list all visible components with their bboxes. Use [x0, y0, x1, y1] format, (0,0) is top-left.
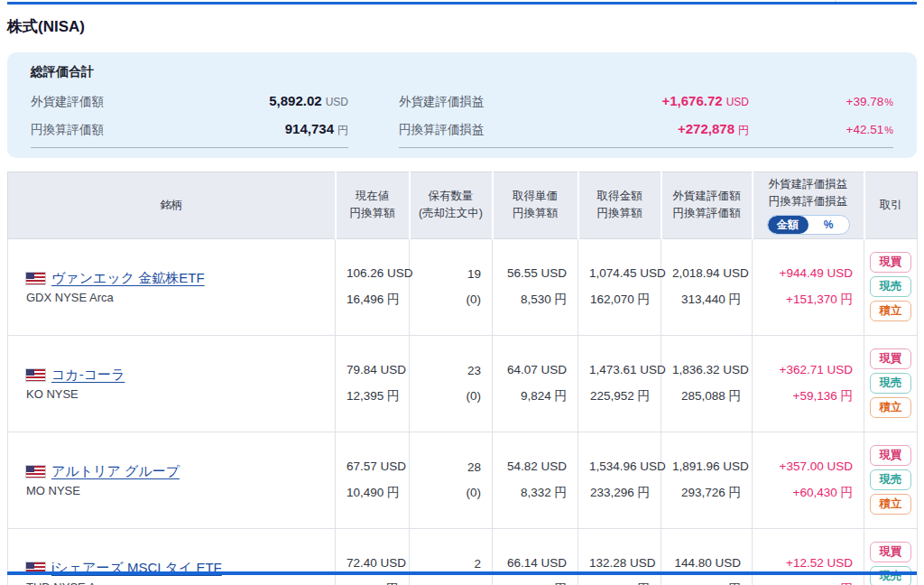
valuation-cell: 1,836.32 USD285,088 円 — [661, 335, 753, 432]
price-cell: 72.40 USD11,240 円 — [336, 528, 410, 585]
accumulate-button[interactable]: 積立 — [870, 494, 911, 515]
col-header-cost-amount: 取得金額円換算額 — [578, 172, 661, 239]
cost-amount-cell: 1,534.96 USD233,296 円 — [578, 432, 661, 528]
cost-amount-cell: 1,074.45 USD162,070 円 — [578, 238, 661, 335]
unit-cost-cell: 66.14 USD10,269 円 — [493, 528, 578, 585]
price-cell: 67.57 USD10,490 円 — [336, 432, 410, 528]
fc-pl-label: 外貨建評価損益 — [399, 94, 485, 110]
cash-buy-button[interactable]: 現買 — [870, 348, 911, 369]
fc-pl-value: +1,676.72USD — [485, 93, 750, 109]
jpy-pl-label: 円換算評価損益 — [399, 122, 485, 138]
unit-cost-cell: 64.07 USD9,824 円 — [493, 335, 578, 432]
stock-ticker: KO NYSE — [26, 387, 324, 401]
valuation-cell: 2,018.94 USD313,440 円 — [661, 238, 753, 335]
quantity-cell: 2(0) — [410, 528, 493, 585]
valuation-cell: 144.80 USD22,480 円 — [661, 528, 753, 585]
trade-cell: 現買 現売 積立 — [864, 335, 918, 432]
total-valuation-card: 総評価合計 外貨建評価額 5,892.02USD 円換算評価額 914,734円… — [7, 52, 917, 158]
table-row: ヴァンエック 金鉱株ETF GDX NYSE Arca 106.26 USD16… — [8, 238, 918, 335]
col-header-quantity: 保有数量(売却注文中) — [410, 172, 493, 239]
stock-name-cell: アルトリア グループ MO NYSE — [8, 432, 336, 528]
amount-percent-toggle[interactable]: 金額 % — [767, 215, 850, 235]
quantity-cell: 23(0) — [410, 335, 493, 432]
quantity-cell: 28(0) — [410, 432, 493, 528]
stock-ticker: THD NYSE Arca — [26, 580, 324, 585]
valuation-cell: 1,891.96 USD293,726 円 — [661, 432, 753, 528]
cost-amount-cell: 132.28 USD20,538 円 — [578, 528, 661, 585]
stock-name-cell: iシェアーズ MSCI タイ ETF THD NYSE Arca — [8, 528, 336, 585]
fc-pl-percent: +39.78% — [749, 95, 893, 108]
cash-buy-button[interactable]: 現買 — [870, 445, 911, 466]
trade-cell: 現買 現売 積立 — [864, 432, 918, 528]
us-flag-icon — [26, 273, 45, 284]
stock-link[interactable]: ヴァンエック 金鉱株ETF — [51, 270, 205, 287]
stock-ticker: GDX NYSE Arca — [26, 291, 324, 304]
summary-title: 総評価合計 — [31, 64, 893, 80]
quantity-cell: 19(0) — [410, 238, 493, 335]
top-divider — [7, 2, 917, 5]
trade-cell: 現買 現売 積立 — [864, 528, 918, 585]
page-title: 株式(NISA) — [7, 16, 85, 37]
pl-cell: +362.71 USD+59,136 円 — [753, 335, 864, 432]
col-header-name: 銘柄 — [8, 172, 336, 239]
unit-cost-cell: 54.82 USD8,332 円 — [493, 432, 578, 528]
col-header-valuation: 外貨建評価額円換算評価額 — [661, 172, 753, 239]
toggle-percent[interactable]: % — [808, 216, 849, 234]
table-row: アルトリア グループ MO NYSE 67.57 USD10,490 円 28(… — [8, 432, 918, 528]
stock-name-cell: コカ-コーラ KO NYSE — [8, 335, 336, 432]
cash-sell-button[interactable]: 現売 — [870, 566, 911, 585]
jpy-valuation-value: 914,734円 — [285, 121, 348, 138]
cost-amount-cell: 1,473.61 USD225,952 円 — [578, 335, 661, 432]
trade-cell: 現買 現売 積立 — [864, 238, 918, 335]
price-cell: 79.84 USD12,395 円 — [336, 335, 410, 432]
table-row: iシェアーズ MSCI タイ ETF THD NYSE Arca 72.40 U… — [8, 528, 918, 585]
stock-link[interactable]: コカ-コーラ — [51, 367, 125, 384]
accumulate-button[interactable]: 積立 — [870, 397, 911, 418]
cash-buy-button[interactable]: 現買 — [870, 542, 911, 562]
table-row: コカ-コーラ KO NYSE 79.84 USD12,395 円 23(0) 6… — [8, 335, 918, 432]
us-flag-icon — [26, 369, 45, 381]
cash-sell-button[interactable]: 現売 — [870, 373, 911, 394]
bottom-divider — [7, 571, 917, 575]
valuation-pl-group: 外貨建評価損益 +1,676.72USD +39.78% 円換算評価損益 +27… — [399, 88, 893, 148]
stock-ticker: MO NYSE — [26, 484, 324, 497]
col-header-pl: 外貨建評価損益円換算評価損益 金額 % — [753, 172, 864, 239]
cash-sell-button[interactable]: 現売 — [870, 469, 911, 490]
cash-buy-button[interactable]: 現買 — [870, 252, 911, 273]
pl-cell: +357.00 USD+60,430 円 — [753, 432, 864, 528]
pl-cell: +12.52 USD+1,942 円 — [753, 528, 864, 585]
accumulate-button[interactable]: 積立 — [870, 301, 911, 321]
holdings-table: 銘柄 現在値円換算額 保有数量(売却注文中) 取得単価円換算額 取得金額円換算額… — [7, 172, 918, 585]
col-header-price: 現在値円換算額 — [336, 172, 410, 239]
fc-valuation-label: 外貨建評価額 — [31, 94, 104, 110]
jpy-pl-percent: +42.51% — [749, 123, 893, 136]
table-header-row: 銘柄 現在値円換算額 保有数量(売却注文中) 取得単価円換算額 取得金額円換算額… — [8, 172, 918, 239]
fc-valuation-value: 5,892.02USD — [269, 93, 348, 109]
pl-cell: +944.49 USD+151,370 円 — [753, 238, 864, 335]
col-header-unit-cost: 取得単価円換算額 — [493, 172, 578, 239]
valuation-amount-group: 外貨建評価額 5,892.02USD 円換算評価額 914,734円 — [31, 88, 348, 148]
jpy-pl-value: +272,878円 — [485, 121, 750, 138]
cash-sell-button[interactable]: 現売 — [870, 276, 911, 297]
us-flag-icon — [26, 466, 45, 478]
col-header-trade: 取引 — [864, 172, 918, 239]
unit-cost-cell: 56.55 USD8,530 円 — [493, 238, 578, 335]
jpy-valuation-label: 円換算評価額 — [31, 122, 104, 138]
stock-name-cell: ヴァンエック 金鉱株ETF GDX NYSE Arca — [8, 238, 336, 335]
stock-link[interactable]: アルトリア グループ — [51, 463, 180, 480]
price-cell: 106.26 USD16,496 円 — [336, 238, 410, 335]
toggle-amount[interactable]: 金額 — [768, 216, 808, 234]
